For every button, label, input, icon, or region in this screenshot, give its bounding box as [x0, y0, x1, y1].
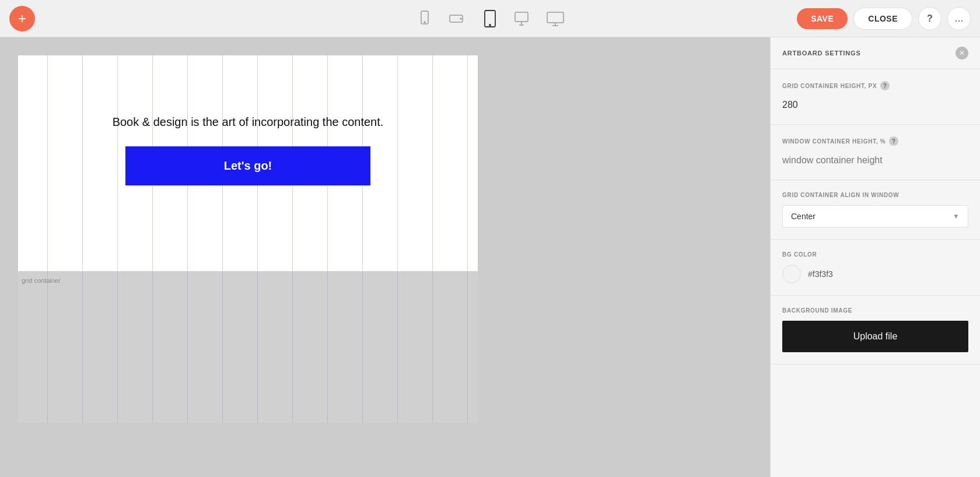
more-button[interactable]: ... — [947, 7, 971, 30]
add-button[interactable]: + — [9, 6, 35, 31]
dropdown-arrow-icon: ▼ — [953, 212, 960, 220]
artboard-top: Book & design is the art of incorporatin… — [18, 55, 478, 271]
section-background-image: BACKGROUND IMAGE Upload file — [771, 296, 980, 364]
svg-rect-9 — [547, 12, 564, 23]
color-swatch[interactable] — [782, 265, 801, 283]
window-height-input[interactable] — [782, 153, 968, 168]
svg-point-5 — [489, 24, 491, 26]
section-label-bg-color: BG COLOR — [782, 251, 968, 258]
section-grid-align: GRID CONTAINER ALIGN IN WINDOW Center ▼ — [771, 180, 980, 240]
artboard-bottom: grid container — [18, 271, 478, 423]
close-button[interactable]: CLOSE — [853, 8, 912, 30]
section-label-window-height: WINDOW CONTAINER HEIGHT, % ? — [782, 136, 968, 146]
color-row: #f3f3f3 — [782, 265, 968, 283]
toolbar-left: + — [9, 6, 35, 31]
panel-title: ARTBOARD SETTINGS — [782, 50, 861, 57]
help-icon-grid-height[interactable]: ? — [880, 81, 890, 90]
grid-container-label: grid container — [22, 277, 61, 284]
right-panel: ARTBOARD SETTINGS ✕ GRID CONTAINER HEIGH… — [770, 37, 980, 477]
svg-point-3 — [460, 18, 461, 19]
svg-rect-6 — [515, 12, 528, 22]
align-dropdown[interactable]: Center ▼ — [782, 205, 968, 227]
section-window-container-height: WINDOW CONTAINER HEIGHT, % ? — [771, 125, 980, 180]
grid-height-value[interactable]: 280 — [782, 97, 968, 113]
section-grid-container-height: GRID CONTAINER HEIGHT, PX ? 280 — [771, 69, 980, 125]
device-desktop-large[interactable] — [546, 9, 565, 28]
main: Book & design is the art of incorporatin… — [0, 37, 980, 477]
align-dropdown-value: Center — [791, 212, 816, 221]
content-text: Book & design is the art of incorporatin… — [79, 114, 417, 130]
panel-close-button[interactable]: ✕ — [956, 47, 968, 59]
save-button[interactable]: SAVE — [797, 8, 848, 29]
toolbar-right: SAVE CLOSE ? ... — [797, 7, 971, 30]
color-hex-value: #f3f3f3 — [808, 269, 833, 279]
toolbar: + — [0, 0, 980, 37]
artboard: Book & design is the art of incorporatin… — [18, 55, 478, 423]
svg-point-1 — [424, 22, 425, 23]
panel-header: ARTBOARD SETTINGS ✕ — [771, 37, 980, 69]
section-label-bg-image: BACKGROUND IMAGE — [782, 307, 968, 314]
device-mobile-small[interactable] — [415, 9, 434, 28]
section-label-grid-height: GRID CONTAINER HEIGHT, PX ? — [782, 81, 968, 90]
section-label-grid-align: GRID CONTAINER ALIGN IN WINDOW — [782, 192, 968, 198]
content-block: Book & design is the art of incorporatin… — [79, 114, 417, 185]
help-button[interactable]: ? — [918, 7, 942, 30]
bottom-grid-lines — [18, 271, 478, 423]
upload-file-button[interactable]: Upload file — [782, 321, 968, 352]
section-bg-color: BG COLOR #f3f3f3 — [771, 240, 980, 296]
device-desktop-small[interactable] — [513, 9, 532, 28]
help-icon-window-height[interactable]: ? — [889, 136, 898, 146]
artboard-wrapper: Book & design is the art of incorporatin… — [18, 55, 770, 477]
device-mobile-landscape[interactable] — [448, 9, 467, 28]
toolbar-center — [415, 9, 565, 28]
device-tablet[interactable] — [481, 9, 499, 28]
canvas-area: Book & design is the art of incorporatin… — [0, 37, 770, 477]
cta-button[interactable]: Let's go! — [125, 146, 370, 185]
